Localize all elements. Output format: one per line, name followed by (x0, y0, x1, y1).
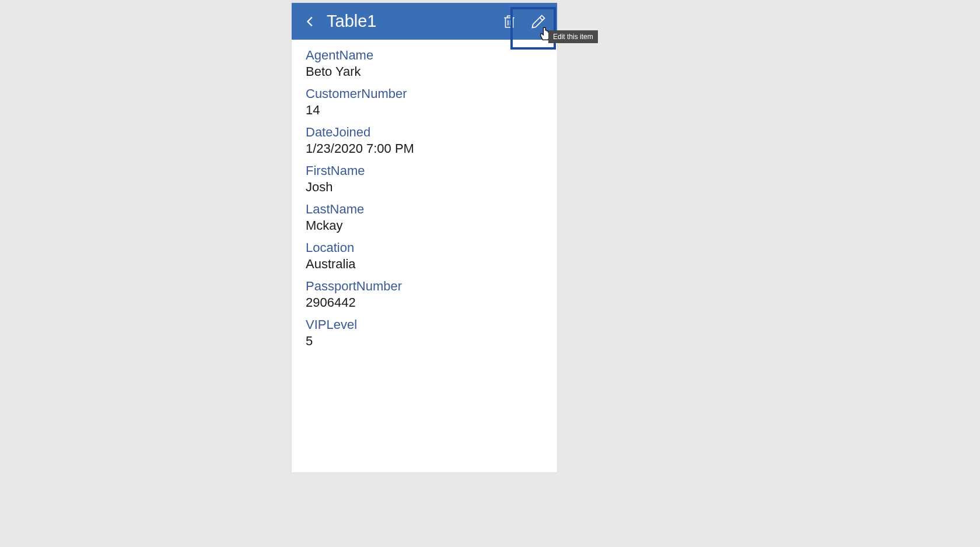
field-datejoined: DateJoined 1/23/2020 7:00 PM (306, 125, 543, 156)
field-label: DateJoined (306, 125, 543, 140)
trash-icon (502, 14, 517, 29)
detail-content: AgentName Beto Yark CustomerNumber 14 Da… (292, 40, 557, 364)
field-value: Beto Yark (306, 64, 543, 79)
field-viplevel: VIPLevel 5 (306, 317, 543, 349)
field-value: Mckay (306, 218, 543, 233)
pencil-icon (530, 13, 547, 30)
delete-button[interactable] (498, 10, 521, 33)
field-label: PassportNumber (306, 279, 543, 294)
svg-line-2 (540, 17, 542, 20)
field-label: VIPLevel (306, 317, 543, 332)
field-label: AgentName (306, 48, 543, 63)
field-value: 14 (306, 103, 543, 118)
field-firstname: FirstName Josh (306, 163, 543, 195)
field-lastname: LastName Mckay (306, 202, 543, 233)
field-location: Location Australia (306, 240, 543, 272)
field-value: Australia (306, 257, 543, 272)
back-button[interactable] (299, 10, 322, 33)
field-label: CustomerNumber (306, 86, 543, 101)
field-value: 1/23/2020 7:00 PM (306, 141, 543, 156)
edit-button[interactable] (527, 10, 550, 33)
field-value: 5 (306, 334, 543, 349)
field-passportnumber: PassportNumber 2906442 (306, 279, 543, 310)
field-label: Location (306, 240, 543, 255)
page-title: Table1 (327, 12, 498, 31)
field-label: LastName (306, 202, 543, 217)
field-customernumber: CustomerNumber 14 (306, 86, 543, 118)
header-bar: Table1 (292, 3, 557, 40)
app-container: Table1 AgentN (292, 3, 557, 472)
field-agentname: AgentName Beto Yark (306, 48, 543, 79)
field-label: FirstName (306, 163, 543, 178)
edit-button-wrapper (527, 10, 550, 33)
chevron-left-icon (304, 15, 317, 28)
field-value: 2906442 (306, 295, 543, 310)
edit-tooltip: Edit this item (548, 30, 598, 43)
field-value: Josh (306, 180, 543, 195)
